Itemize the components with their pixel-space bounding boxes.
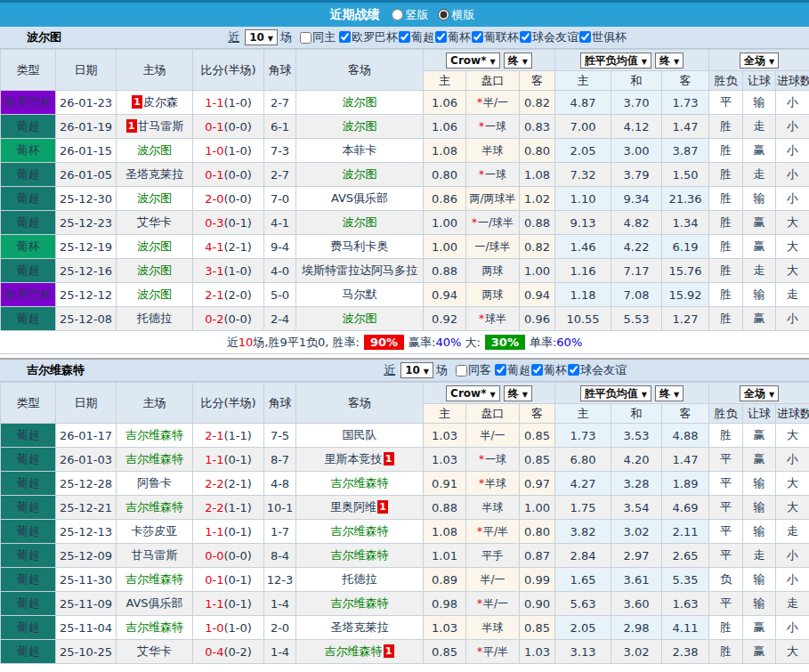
same-venue-checkbox[interactable] xyxy=(300,32,311,44)
handicap-line: *半球 xyxy=(466,472,520,496)
avg-away-odds: 15.76 xyxy=(662,259,709,283)
same-venue-filter[interactable]: 同主 xyxy=(300,29,336,45)
corner-count: 2-4 xyxy=(264,307,296,331)
result-handicap: 赢 xyxy=(743,139,776,163)
league-filter-option[interactable]: 葡杯 xyxy=(435,29,471,45)
match-score: 0-4(0-2) xyxy=(193,640,264,664)
horizontal-layout-radio[interactable] xyxy=(438,9,449,20)
league-filter-option[interactable]: 葡超 xyxy=(399,29,434,45)
league-badge: 葡超 xyxy=(1,424,56,448)
league-checkbox[interactable] xyxy=(495,364,506,376)
match-row: 葡超26-01-05圣塔克莱拉0-1(0-0)2-7波尔图0.80*一球1.08… xyxy=(1,163,809,187)
recent-link[interactable]: 近 xyxy=(228,29,239,45)
layout-vertical-option[interactable]: 竖版 xyxy=(392,7,429,23)
recent-count-select[interactable]: 10▼ xyxy=(400,362,433,378)
home-team: 圣塔克莱拉 xyxy=(117,163,193,187)
handicap-line: *平/半 xyxy=(466,520,520,544)
result-handicap: 输 xyxy=(743,496,776,520)
match-score: 3-1(1-0) xyxy=(193,259,264,283)
page-header: 近期战绩 竖版 横版 xyxy=(0,0,809,27)
result-handicap: 赢 xyxy=(743,235,776,259)
avg-home-odds: 3.82 xyxy=(555,520,611,544)
team-section-header: 吉尔维森特 近 10▼ 场 同客 葡超葡杯球会友谊 xyxy=(0,360,809,382)
corner-count: 1-7 xyxy=(264,520,296,544)
match-score: 1-1(1-0) xyxy=(193,91,264,115)
layout-horizontal-option[interactable]: 横版 xyxy=(438,7,475,23)
avg-type-select[interactable]: 胜平负均值▼ xyxy=(580,385,651,401)
home-team: 波尔图 xyxy=(117,259,193,283)
league-filter-option[interactable]: 球会友谊 xyxy=(520,29,578,45)
same-venue-checkbox[interactable] xyxy=(456,365,467,376)
odds-company-select[interactable]: Crow*▼ xyxy=(446,385,500,401)
team-label: 吉尔维森特 xyxy=(125,620,183,634)
halftime-score: (0-0) xyxy=(223,120,251,134)
match-date: 26-01-23 xyxy=(56,91,117,115)
league-badge: 葡超 xyxy=(1,115,56,139)
handicap-line: 半/一 xyxy=(466,568,520,592)
avg-away-odds: 1.27 xyxy=(662,307,709,331)
red-card-badge: 1 xyxy=(384,452,394,466)
league-filter-option[interactable]: 球会友谊 xyxy=(568,362,627,378)
league-checkbox[interactable] xyxy=(579,31,591,43)
home-team: AVS俱乐部 xyxy=(117,592,193,616)
league-filter-option[interactable]: 葡联杯 xyxy=(472,29,519,45)
result-wdl: 胜 xyxy=(709,307,743,331)
match-row: 葡超26-01-191甘马雷斯0-1(0-0)6-1波尔图1.06*一球0.83… xyxy=(1,115,809,139)
col-type: 类型 xyxy=(1,50,56,91)
home-odds: 1.06 xyxy=(424,91,466,115)
corner-count: 1-4 xyxy=(264,640,296,664)
home-odds: 1.00 xyxy=(424,235,466,259)
odds-time-select[interactable]: 终▼ xyxy=(504,53,532,69)
avg-time-select[interactable]: 终▼ xyxy=(655,385,684,401)
away-odds: 0.85 xyxy=(520,616,555,640)
result-handicap: 走 xyxy=(743,259,776,283)
avg-type-select[interactable]: 胜平负均值▼ xyxy=(580,53,651,69)
league-checkbox[interactable] xyxy=(472,31,483,43)
corner-count: 7-3 xyxy=(264,139,296,163)
home-team: 吉尔维森特 xyxy=(117,496,193,520)
away-team: 波尔图 xyxy=(296,211,424,235)
recent-count-select[interactable]: 10▼ xyxy=(245,29,278,45)
home-odds: 0.88 xyxy=(424,496,466,520)
league-filters: 欧罗巴杯葡超葡杯葡联杯球会友谊世俱杯 xyxy=(338,29,627,46)
league-checkbox[interactable] xyxy=(399,31,410,43)
league-checkbox[interactable] xyxy=(339,31,351,43)
avg-draw-odds: 2.97 xyxy=(611,544,662,568)
recent-link[interactable]: 近 xyxy=(384,362,395,378)
halftime-score: (2-1) xyxy=(223,477,251,490)
avg-group-header: 胜平负均值▼ 终▼ xyxy=(555,383,709,404)
match-date: 26-01-17 xyxy=(56,424,117,448)
odds-company-select[interactable]: Crow*▼ xyxy=(446,53,500,69)
scope-select[interactable]: 全场▼ xyxy=(740,385,779,401)
league-filter-option[interactable]: 世俱杯 xyxy=(579,29,627,45)
match-row: 葡超25-12-08托德拉0-2(0-0)2-4波尔图0.92*球半0.9610… xyxy=(1,307,809,331)
away-team: 吉尔维森特 xyxy=(296,520,424,544)
scope-select[interactable]: 全场▼ xyxy=(740,53,779,69)
home-team: 甘马雷斯 xyxy=(117,544,193,568)
star-mark: * xyxy=(477,597,482,610)
away-team: 埃斯特雷拉达阿马多拉 xyxy=(296,259,424,283)
home-team: 吉尔维森特 xyxy=(117,448,193,472)
league-filter-option[interactable]: 葡杯 xyxy=(531,362,567,378)
avg-time-select[interactable]: 终▼ xyxy=(655,53,684,69)
league-checkbox[interactable] xyxy=(520,31,531,43)
match-date: 25-12-16 xyxy=(56,259,117,283)
league-filter-option[interactable]: 葡超 xyxy=(495,362,530,378)
league-filter-option[interactable]: 欧罗巴杯 xyxy=(339,29,398,45)
home-odds: 1.03 xyxy=(424,616,466,640)
odds-time-select[interactable]: 终▼ xyxy=(504,385,532,401)
avg-away-odds: 1.63 xyxy=(662,592,709,616)
league-checkbox[interactable] xyxy=(531,364,543,376)
chevron-down-icon: ▼ xyxy=(268,35,273,43)
match-row: 葡杯25-12-19波尔图4-1(2-1)9-4费马利卡奥1.00一/球半0.8… xyxy=(1,235,809,259)
vertical-layout-radio[interactable] xyxy=(392,9,403,20)
team-label: 艾华卡 xyxy=(137,644,172,658)
same-venue-filter[interactable]: 同客 xyxy=(456,362,491,378)
league-checkbox[interactable] xyxy=(435,31,447,43)
league-checkbox[interactable] xyxy=(568,364,579,376)
avg-home-odds: 2.05 xyxy=(555,616,611,640)
away-odds: 0.85 xyxy=(520,424,555,448)
avg-away-odds: 1.34 xyxy=(662,211,709,235)
away-team: 马尔默 xyxy=(296,283,424,307)
vertical-layout-label: 竖版 xyxy=(406,7,429,23)
